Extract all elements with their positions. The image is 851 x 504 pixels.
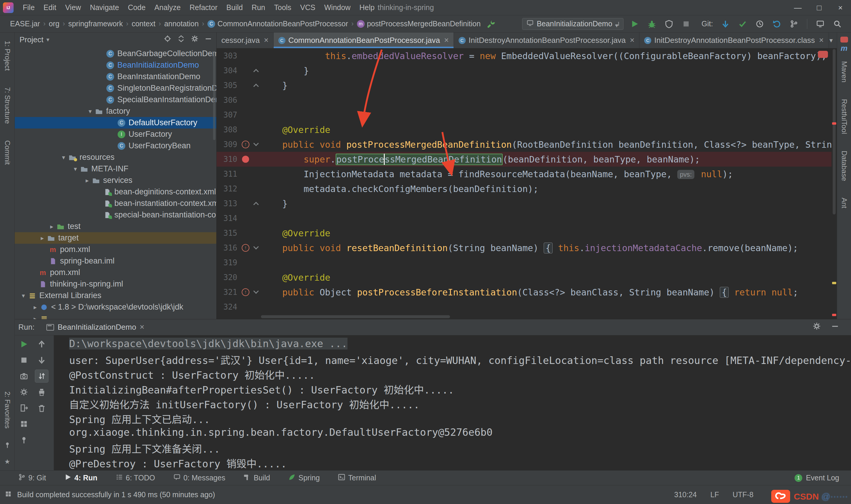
file-encoding-widget[interactable]: UTF-8 <box>732 490 754 499</box>
tree-item-thinking-in-spring.iml[interactable]: thinking-in-spring.iml <box>15 278 216 290</box>
tree-item-external-libraries[interactable]: ▾External Libraries <box>15 290 216 301</box>
notifications-icon[interactable] <box>840 37 848 42</box>
tree-item-defaultuserfactory[interactable]: CDefaultUserFactory <box>15 117 216 128</box>
inspections-widget[interactable] <box>818 51 828 58</box>
code-line-316[interactable]: 316↑ public void resetBeanDefinition(Str… <box>217 240 832 255</box>
tree-item--1.8-d-workspace-devtools-jdk-jdk[interactable]: ▸< 1.8 > D:\workspace\devtools\jdk\jdk <box>15 301 216 313</box>
editor-tab[interactable]: Ccessor.java× <box>217 33 274 48</box>
expand-arrow-closed[interactable]: ▸ <box>83 177 92 184</box>
menu-tools[interactable]: Tools <box>270 3 295 12</box>
close-tab-icon[interactable]: × <box>819 36 824 45</box>
breadcrumb-item[interactable]: springframework <box>68 19 123 28</box>
caret-position-widget[interactable]: 310:24 <box>674 490 697 499</box>
detach-icon[interactable] <box>17 401 31 414</box>
maximize-button[interactable]: □ <box>809 0 830 15</box>
error-stripe-mark[interactable] <box>832 314 836 316</box>
pin-icon[interactable] <box>4 442 11 448</box>
tree-item[interactable]: ▸ <box>15 313 216 319</box>
menu-file[interactable]: File <box>18 3 39 12</box>
warning-stripe-mark[interactable] <box>832 282 836 284</box>
line-number[interactable]: 309 <box>217 140 240 149</box>
tool-windows-toggle-icon[interactable] <box>5 490 12 499</box>
close-icon[interactable]: × <box>140 323 144 332</box>
project-scrollbar[interactable] <box>213 51 215 140</box>
git-branch-icon[interactable] <box>788 18 800 30</box>
run-config-selector[interactable]: BeanInitializationDemo▾ <box>522 18 623 30</box>
stripe-structure[interactable]: 7: Structure <box>3 87 12 124</box>
git-commit-icon[interactable] <box>737 18 748 30</box>
tree-item-services[interactable]: ▸services <box>15 175 216 186</box>
breadcrumb-item[interactable]: EASE.jar <box>10 19 40 28</box>
code-line-321[interactable]: 321↑ public Object postProcessBeforeInst… <box>217 285 832 300</box>
down-stack-icon[interactable] <box>35 354 49 367</box>
gear-icon[interactable] <box>813 322 821 332</box>
error-stripe-mark[interactable] <box>832 122 836 125</box>
line-number[interactable]: 316 <box>217 244 240 252</box>
thread-dump-button[interactable] <box>17 370 31 382</box>
run-tab[interactable]: BeanInitializationDemo × <box>42 319 149 335</box>
line-ending-widget[interactable]: LF <box>710 490 719 499</box>
run-button[interactable] <box>629 18 640 30</box>
expand-arrow-closed[interactable]: ▸ <box>38 235 47 242</box>
breadcrumb-item[interactable]: CCommonAnnotationBeanPostProcessor <box>207 19 348 28</box>
git-history-icon[interactable] <box>754 18 766 30</box>
rerun-button[interactable] <box>17 338 31 351</box>
tree-item-spring-bean.iml[interactable]: spring-bean.iml <box>15 255 216 267</box>
tree-item-bean-instantiation-context.xml[interactable]: bean-instantiation-context.xml <box>15 198 216 209</box>
stripe-restfultool[interactable]: RestfulTool <box>840 99 848 134</box>
menu-analyze[interactable]: Analyze <box>150 3 185 12</box>
star-icon[interactable]: ★ <box>4 458 10 466</box>
expand-arrow-open[interactable]: ▾ <box>19 292 28 299</box>
toolwindow-button-terminal[interactable]: Terminal <box>338 473 376 482</box>
code-line-308[interactable]: 308 @Override <box>217 122 832 137</box>
minimize-button[interactable]: — <box>787 0 809 15</box>
close-tab-icon[interactable]: × <box>444 36 449 45</box>
line-number[interactable]: 315 <box>217 229 240 237</box>
coverage-button[interactable] <box>663 18 675 30</box>
event-log-button[interactable]: 1Event Log <box>795 473 851 482</box>
menu-code[interactable]: Code <box>124 3 150 12</box>
fold-marker-icon[interactable] <box>253 69 258 74</box>
code-line-314[interactable]: 314 <box>217 211 832 226</box>
project-panel-title[interactable]: Project <box>19 35 43 44</box>
menu-navigate[interactable]: Navigate <box>85 3 124 12</box>
hidden-tabs-icon[interactable]: ▾ <box>829 33 833 49</box>
close-tab-icon[interactable]: × <box>630 36 635 45</box>
line-number[interactable]: 319 <box>217 258 240 267</box>
locate-icon[interactable] <box>164 35 171 44</box>
line-number[interactable]: 314 <box>217 214 240 223</box>
expand-arrow-open[interactable]: ▾ <box>86 108 94 115</box>
breakpoint-icon[interactable] <box>242 156 249 163</box>
code-line-306[interactable]: 306 <box>217 93 832 108</box>
up-stack-icon[interactable] <box>35 338 49 351</box>
soft-wrap-icon[interactable] <box>35 370 49 382</box>
tree-item-target[interactable]: ▸target <box>15 232 216 244</box>
editor-tab[interactable]: CInitDestroyAnnotationBeanPostProcessor.… <box>454 33 640 48</box>
fold-marker-icon[interactable] <box>253 84 258 89</box>
fold-marker-icon[interactable] <box>253 202 258 207</box>
wrench-icon[interactable] <box>487 19 496 29</box>
console-output[interactable]: D:\workspace\devtools\jdk\jdk\bin\java.e… <box>54 335 851 470</box>
expand-arrow-open[interactable]: ▾ <box>71 165 80 173</box>
expand-arrow-closed[interactable]: ▸ <box>47 223 56 230</box>
tree-item-beangarbagecollectiondemo[interactable]: CBeanGarbageCollectionDemo <box>15 48 216 59</box>
menu-view[interactable]: View <box>60 3 85 12</box>
toolwindow-button-spring[interactable]: Spring <box>288 473 320 482</box>
close-button[interactable]: × <box>830 0 851 15</box>
stripe-favorites[interactable]: 2: Favorites <box>3 392 12 428</box>
toolwindow-button-git[interactable]: 9: Git <box>18 473 46 482</box>
tree-item-factory[interactable]: ▾factory <box>15 106 216 117</box>
line-number[interactable]: 313 <box>217 199 240 208</box>
expand-arrow-closed[interactable]: ▸ <box>31 304 40 311</box>
close-tab-icon[interactable]: × <box>264 36 269 45</box>
tree-item-singletonbeanregistrationdemo[interactable]: CSingletonBeanRegistrationDemo <box>15 83 216 94</box>
tree-item-userfactory[interactable]: IUserFactory <box>15 128 216 140</box>
editor-tab[interactable]: CCommonAnnotationBeanPostProcessor.java× <box>274 33 454 48</box>
stripe-commit[interactable]: Commit <box>3 140 12 165</box>
stripe-database[interactable]: Database <box>840 151 848 181</box>
editor-hscrollbar[interactable] <box>261 315 450 318</box>
tree-item-specialbeaninstantiationdemo[interactable]: CSpecialBeanInstantiationDemo <box>15 94 216 106</box>
fold-marker-icon[interactable] <box>253 244 258 249</box>
hide-panel-icon[interactable] <box>831 322 839 332</box>
line-number[interactable]: 304 <box>217 66 240 75</box>
